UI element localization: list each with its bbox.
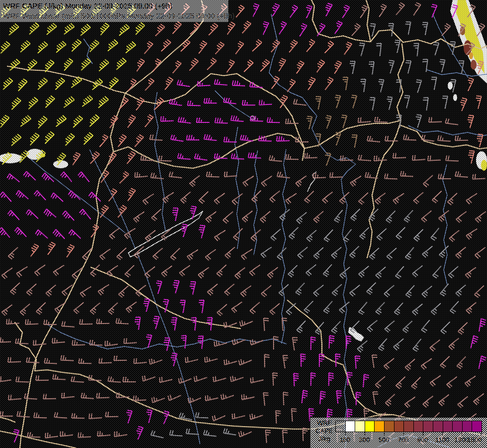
legend-label: WRF CAPE J/kg [314, 419, 334, 443]
colorbar-tick [345, 432, 346, 436]
wrf-weather-map: WRF CAPE (J/kg) Monday 22-09-2025 09:00 … [0, 0, 487, 448]
colorbar-tick [365, 432, 365, 436]
legend-swatch-0 [336, 421, 346, 432]
colorbar-tick [403, 432, 404, 436]
legend-swatch-8 [414, 421, 424, 432]
title-overlay: WRF CAPE (J/kg) Monday 22-09-2025 09:00 … [0, 0, 228, 22]
legend-tick-label: 300 [354, 436, 376, 444]
legend-swatch-3 [365, 421, 375, 432]
legend-swatch-9 [423, 421, 433, 432]
legend-label-unit: J/kg [314, 435, 334, 443]
colorbar-tick [384, 432, 385, 436]
legend-swatch-4 [375, 421, 385, 432]
legend-swatch-6 [394, 421, 404, 432]
legend-swatch-5 [385, 421, 394, 432]
map-title-cape: WRF CAPE (J/kg) Monday 22-09-2025 09:00 … [3, 1, 173, 10]
legend-tick-label: 900 [412, 436, 434, 444]
legend-swatch-13 [463, 421, 473, 432]
colorbar-tick [442, 432, 443, 436]
legend-swatch-2 [355, 421, 365, 432]
legend-tick-label: 500 [373, 436, 395, 444]
legend-swatch-1 [346, 421, 356, 432]
legend-swatch-7 [404, 421, 414, 432]
legend-swatch-10 [433, 421, 443, 432]
legend-swatch-14 [472, 421, 482, 432]
legend-label-model: WRF [314, 419, 334, 427]
legend-swatch-11 [443, 421, 453, 432]
cape-legend: WRF CAPE J/kg 10030050070090011001300150… [310, 417, 487, 448]
map-title-shear: WRF Wind shear (m/s) 500/1000hPa Monday … [3, 11, 235, 20]
legend-tick-label: 1100 [431, 436, 453, 444]
colorbar-tick [462, 432, 462, 436]
colorbar-tick [481, 432, 482, 436]
legend-tick-label: 1500 [464, 436, 486, 444]
legend-swatch-12 [453, 421, 463, 432]
legend-tick-label: 700 [392, 436, 414, 444]
legend-label-param: CAPE [314, 427, 334, 435]
colorbar-tick [423, 432, 423, 436]
cape-colorbar [335, 421, 482, 432]
stipple-overlay [0, 0, 487, 448]
weather-map-canvas [0, 0, 487, 448]
legend-tick-label: 100 [334, 436, 356, 444]
